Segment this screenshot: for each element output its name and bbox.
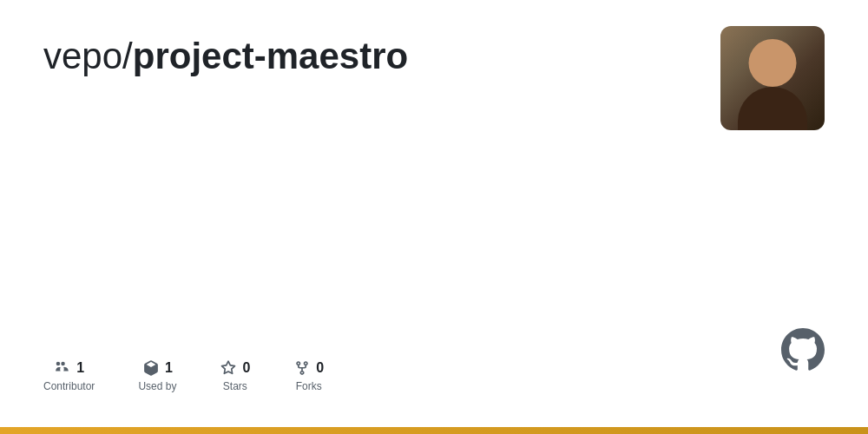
forks-count: 0 bbox=[316, 360, 324, 376]
stars-icon bbox=[220, 359, 237, 377]
stat-contributors[interactable]: 1 Contributor bbox=[43, 359, 95, 392]
main-content: vepo/project-maestro 1 Contributor bbox=[0, 0, 868, 427]
bottom-bar bbox=[0, 427, 868, 434]
avatar bbox=[720, 26, 825, 130]
github-logo-section[interactable] bbox=[781, 328, 825, 375]
contributors-icon bbox=[54, 359, 71, 377]
forks-icon bbox=[293, 359, 311, 377]
forks-label: Forks bbox=[296, 380, 322, 392]
stars-label: Stars bbox=[223, 380, 247, 392]
stat-forks[interactable]: 0 Forks bbox=[293, 359, 324, 392]
repo-name: project-maestro bbox=[133, 36, 408, 76]
stat-stars[interactable]: 0 Stars bbox=[220, 359, 250, 392]
stat-used-by[interactable]: 1 Used by bbox=[138, 359, 176, 392]
github-icon bbox=[781, 328, 825, 372]
stars-count: 0 bbox=[242, 360, 250, 376]
used-by-icon bbox=[142, 359, 160, 377]
contributors-count: 1 bbox=[76, 360, 84, 376]
contributors-label: Contributor bbox=[43, 380, 95, 392]
stats-row: 1 Contributor 1 Used by bbox=[43, 359, 825, 401]
used-by-count: 1 bbox=[165, 360, 173, 376]
repo-title: vepo/project-maestro bbox=[43, 35, 825, 78]
avatar-section bbox=[720, 26, 825, 130]
left-section: vepo/project-maestro 1 Contributor bbox=[43, 35, 825, 401]
repo-owner: vepo/ bbox=[43, 36, 133, 76]
used-by-label: Used by bbox=[138, 380, 176, 392]
